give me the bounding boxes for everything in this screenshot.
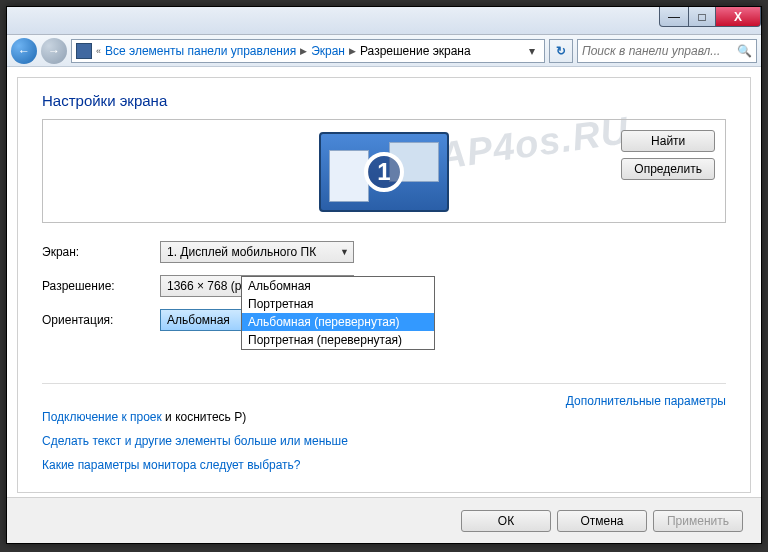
address-dropdown-button[interactable]: ▾ bbox=[524, 44, 540, 58]
apply-button[interactable]: Применить bbox=[653, 510, 743, 532]
cancel-button[interactable]: Отмена bbox=[557, 510, 647, 532]
navbar: ← → « Все элементы панели управления ▶ Э… bbox=[7, 35, 761, 67]
chevron-icon: ▶ bbox=[349, 46, 356, 56]
close-icon: X bbox=[734, 10, 742, 24]
orientation-option-portrait[interactable]: Портретная bbox=[242, 295, 434, 313]
help-links: Подключение к проек и коснитесь P) Сдела… bbox=[42, 410, 726, 472]
orientation-label: Ориентация: bbox=[42, 313, 160, 327]
page-title: Настройки экрана bbox=[42, 92, 726, 109]
screen-select[interactable]: 1. Дисплей мобильного ПК ▼ bbox=[160, 241, 354, 263]
projector-suffix: и коснитесь P) bbox=[162, 410, 246, 424]
content-area: AP4os.RU Настройки экрана 1 Найти Опреде… bbox=[17, 77, 751, 493]
detect-button[interactable]: Определить bbox=[621, 158, 715, 180]
window-controls: — □ X bbox=[660, 7, 761, 27]
breadcrumb: « Все элементы панели управления ▶ Экран… bbox=[96, 44, 520, 58]
breadcrumb-item-all[interactable]: Все элементы панели управления bbox=[105, 44, 296, 58]
advanced-row: Дополнительные параметры bbox=[42, 383, 726, 408]
titlebar[interactable]: — □ X bbox=[7, 7, 761, 35]
orientation-option-landscape-flipped[interactable]: Альбомная (перевернутая) bbox=[242, 313, 434, 331]
orientation-value: Альбомная bbox=[167, 313, 230, 327]
text-size-link[interactable]: Сделать текст и другие элементы больше и… bbox=[42, 434, 348, 448]
monitor-preview[interactable]: 1 bbox=[319, 132, 449, 212]
breadcrumb-item-resolution: Разрешение экрана bbox=[360, 44, 471, 58]
monitor-wallpaper-thumb bbox=[329, 150, 369, 202]
screen-label: Экран: bbox=[42, 245, 160, 259]
screen-value: 1. Дисплей мобильного ПК bbox=[167, 245, 316, 259]
display-preview-box: 1 Найти Определить bbox=[42, 119, 726, 223]
back-button[interactable]: ← bbox=[11, 38, 37, 64]
address-bar[interactable]: « Все элементы панели управления ▶ Экран… bbox=[71, 39, 545, 63]
advanced-settings-link[interactable]: Дополнительные параметры bbox=[566, 394, 726, 408]
search-icon: 🔍 bbox=[737, 44, 752, 58]
resolution-label: Разрешение: bbox=[42, 279, 160, 293]
preview-side-buttons: Найти Определить bbox=[621, 130, 715, 180]
which-monitor-link[interactable]: Какие параметры монитора следует выбрать… bbox=[42, 458, 301, 472]
window-frame: — □ X ← → « Все элементы панели управлен… bbox=[6, 6, 762, 544]
ok-button[interactable]: ОК bbox=[461, 510, 551, 532]
orientation-dropdown: Альбомная Портретная Альбомная (переверн… bbox=[241, 276, 435, 350]
control-panel-icon bbox=[76, 43, 92, 59]
minimize-icon: — bbox=[668, 10, 680, 24]
arrow-right-icon: → bbox=[48, 44, 60, 58]
orientation-option-landscape[interactable]: Альбомная bbox=[242, 277, 434, 295]
monitor-number-badge: 1 bbox=[364, 152, 404, 192]
projector-link[interactable]: Подключение к проек bbox=[42, 410, 162, 424]
refresh-button[interactable]: ↻ bbox=[549, 39, 573, 63]
orientation-option-portrait-flipped[interactable]: Портретная (перевернутая) bbox=[242, 331, 434, 349]
chevron-icon: ▶ bbox=[300, 46, 307, 56]
search-box[interactable]: 🔍 bbox=[577, 39, 757, 63]
breadcrumb-item-display[interactable]: Экран bbox=[311, 44, 345, 58]
chevron-down-icon: ▼ bbox=[340, 247, 349, 257]
arrow-left-icon: ← bbox=[18, 44, 30, 58]
maximize-button[interactable]: □ bbox=[688, 7, 716, 27]
close-button[interactable]: X bbox=[715, 7, 761, 27]
dialog-footer: ОК Отмена Применить bbox=[7, 497, 761, 543]
find-button[interactable]: Найти bbox=[621, 130, 715, 152]
forward-button: → bbox=[41, 38, 67, 64]
maximize-icon: □ bbox=[698, 10, 705, 24]
search-input[interactable] bbox=[582, 44, 737, 58]
projector-link-row: Подключение к проек и коснитесь P) bbox=[42, 410, 726, 424]
minimize-button[interactable]: — bbox=[659, 7, 689, 27]
chevron-icon: « bbox=[96, 46, 101, 56]
row-screen: Экран: 1. Дисплей мобильного ПК ▼ bbox=[42, 241, 726, 263]
refresh-icon: ↻ bbox=[556, 44, 566, 58]
